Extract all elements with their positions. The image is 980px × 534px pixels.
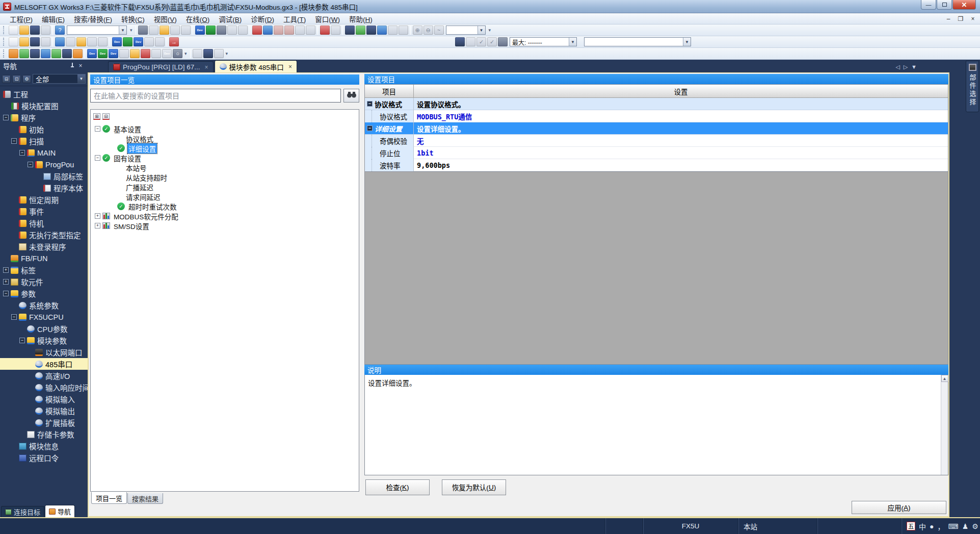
tree-item-模拟输入[interactable]: 模拟输入 bbox=[0, 393, 88, 405]
magnify-icon[interactable]: ○ bbox=[173, 49, 182, 58]
menu-item-1[interactable]: 编辑(E) bbox=[37, 13, 69, 24]
item-cell[interactable]: 停止位 bbox=[365, 147, 414, 159]
tree-item-模块参数[interactable]: −模块参数 bbox=[0, 335, 88, 346]
led-gray-icon[interactable] bbox=[331, 26, 340, 35]
save-icon[interactable] bbox=[30, 26, 40, 35]
document-tab-ProgPou [PRG] [LD] 67...[interactable]: ProgPou [PRG] [LD] 67...× bbox=[108, 61, 214, 72]
pin-icon[interactable] bbox=[68, 62, 76, 70]
apply-button[interactable]: 应用(A) bbox=[852, 501, 946, 514]
copy-icon[interactable] bbox=[149, 26, 158, 35]
ladder-edit-icon[interactable] bbox=[119, 49, 129, 58]
check-parameter-icon[interactable]: ✓ bbox=[476, 37, 486, 46]
search-button[interactable] bbox=[343, 89, 359, 103]
monitor-watch-icon[interactable] bbox=[238, 26, 248, 35]
tree-item-程序[interactable]: −程序 bbox=[0, 112, 88, 123]
watch2-icon[interactable] bbox=[306, 26, 315, 35]
tab-close-icon[interactable]: × bbox=[288, 63, 292, 70]
row-expander-icon[interactable]: − bbox=[367, 125, 373, 131]
menu-item-6[interactable]: 调试(B) bbox=[214, 13, 246, 24]
menu-item-0[interactable]: 工程(P) bbox=[5, 13, 37, 24]
element-selection-tab[interactable]: 部件选择 bbox=[966, 61, 979, 112]
setting-tree-item-请求间延迟[interactable]: 请求间延迟 bbox=[91, 192, 359, 201]
setting-tree-item-详细设置[interactable]: ✓详细设置 bbox=[91, 143, 359, 153]
list-tab-搜索结果[interactable]: 搜索结果 bbox=[127, 493, 163, 504]
value-cell[interactable]: 9,600bps bbox=[414, 159, 948, 171]
tab-scroll-right-icon[interactable]: ▷ bbox=[904, 64, 908, 70]
device-list-icon[interactable] bbox=[366, 26, 376, 35]
setting-tree-item-MODBUS软元件分配[interactable]: +MODBUS软元件分配 bbox=[91, 211, 359, 221]
setting-expander-icon[interactable]: + bbox=[95, 223, 100, 228]
redo-icon[interactable] bbox=[181, 26, 191, 35]
io-assign-icon[interactable] bbox=[141, 49, 150, 58]
tree-item-模块信息[interactable]: 模块信息 bbox=[0, 440, 88, 452]
expand-all-icon[interactable]: ⊞ bbox=[93, 113, 100, 120]
nav-forward-icon[interactable] bbox=[98, 37, 108, 46]
tree-item-标签[interactable]: +标签 bbox=[0, 264, 88, 276]
settings-row-波特率[interactable]: 波特率9,600bps bbox=[365, 159, 948, 171]
tab-list-icon[interactable]: ▼ bbox=[911, 64, 917, 70]
zoom-fit-icon[interactable]: ~ bbox=[434, 26, 444, 35]
tree-item-模块配置图[interactable]: 模块配置图 bbox=[0, 100, 88, 112]
gears-icon[interactable] bbox=[151, 49, 161, 58]
value-cell[interactable]: 无 bbox=[414, 135, 948, 147]
data-logging-icon[interactable] bbox=[284, 26, 294, 35]
menu-item-7[interactable]: 诊断(D) bbox=[246, 13, 279, 24]
ladder-monitor-icon[interactable] bbox=[252, 26, 262, 35]
nav-filter-combo[interactable]: 全部 ▼ bbox=[33, 74, 86, 84]
toolbar-drag-handle[interactable] bbox=[3, 38, 6, 46]
item-cell[interactable]: 波特率 bbox=[365, 159, 414, 171]
tree-item-待机[interactable]: 待机 bbox=[0, 217, 88, 229]
tree-item-MAIN[interactable]: −MAIN bbox=[0, 147, 88, 159]
tree-item-系统参数[interactable]: 系统参数 bbox=[0, 299, 88, 311]
window-cascade-icon[interactable] bbox=[144, 37, 154, 46]
tree-item-模拟输出[interactable]: 模拟输出 bbox=[0, 405, 88, 417]
monitor-target-icon[interactable] bbox=[217, 26, 226, 35]
copy-pages-icon[interactable] bbox=[66, 37, 75, 46]
watch1-icon[interactable] bbox=[295, 26, 305, 35]
setting-tree-item-广播延迟[interactable]: 广播延迟 bbox=[91, 182, 359, 192]
tree-item-恒定周期[interactable]: 恒定周期 bbox=[0, 194, 88, 206]
tab-close-icon[interactable]: × bbox=[205, 64, 208, 71]
find-all-icon[interactable] bbox=[62, 49, 72, 58]
refresh-icon[interactable] bbox=[356, 26, 365, 35]
device-test-icon[interactable]: Dev bbox=[162, 49, 172, 58]
outline-icon[interactable] bbox=[41, 49, 50, 58]
max-combo[interactable]: 最大: -------▼ bbox=[510, 37, 577, 46]
explain-scrollbar[interactable]: ▲ bbox=[941, 375, 948, 475]
value-cell[interactable]: 设置协议格式。 bbox=[414, 98, 948, 110]
tree-item-局部标签[interactable]: 局部标签 bbox=[0, 170, 88, 182]
item-cell[interactable]: 奇偶校验 bbox=[365, 135, 414, 147]
check-program-icon[interactable]: ✓ bbox=[487, 37, 497, 46]
paste-icon[interactable] bbox=[160, 26, 169, 35]
restore-button[interactable] bbox=[937, 0, 952, 10]
ime-settings-icon[interactable]: ⚙ bbox=[972, 522, 978, 530]
item-cell[interactable]: −协议格式 bbox=[365, 98, 414, 110]
help-icon[interactable]: ? bbox=[55, 26, 65, 35]
setting-search-input[interactable] bbox=[90, 89, 341, 103]
tree-item-CPU参数[interactable]: CPU参数 bbox=[0, 323, 88, 335]
toolbar-drag-handle[interactable] bbox=[3, 26, 6, 34]
undo-icon[interactable] bbox=[170, 26, 180, 35]
open-icon[interactable] bbox=[19, 26, 29, 35]
setting-tree-item-固有设置[interactable]: −✓固有设置 bbox=[91, 153, 359, 163]
tree-expander-icon[interactable]: − bbox=[11, 314, 17, 320]
value-cell[interactable]: 设置详细设置。 bbox=[414, 122, 948, 135]
tree-item-软元件[interactable]: +软元件 bbox=[0, 276, 88, 288]
tree-item-ProgPou[interactable]: −ProgPou bbox=[0, 159, 88, 170]
comment-edit-icon[interactable] bbox=[130, 49, 140, 58]
toolbar-drag-handle[interactable] bbox=[3, 49, 6, 58]
window-tile-icon[interactable] bbox=[155, 37, 165, 46]
setting-tree-item-超时时重试次数[interactable]: ✓超时时重试次数 bbox=[91, 201, 359, 211]
menu-item-4[interactable]: 视图(V) bbox=[149, 13, 181, 24]
tree-expander-icon[interactable]: + bbox=[3, 267, 9, 273]
tree-expander-icon[interactable]: − bbox=[19, 338, 25, 343]
device-read-icon[interactable] bbox=[123, 37, 133, 46]
watch-item-combo-dropdown-icon[interactable]: ▼ bbox=[683, 38, 691, 46]
gear-icon[interactable]: ⚙ bbox=[22, 75, 31, 83]
restore-default-button[interactable]: 恢复为默认(U) bbox=[442, 479, 506, 495]
zoom-combo[interactable]: ▼ bbox=[446, 26, 486, 35]
settings-row-协议格式[interactable]: −协议格式设置协议格式。 bbox=[365, 98, 948, 110]
tree-item-FB/FUN[interactable]: FB/FUN bbox=[0, 252, 88, 264]
tree-item-事件[interactable]: 事件 bbox=[0, 206, 88, 217]
tree-item-扫描[interactable]: −扫描 bbox=[0, 135, 88, 147]
